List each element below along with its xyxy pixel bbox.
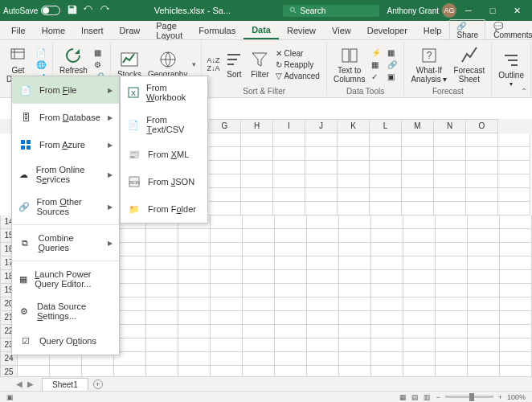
tab-page-layout[interactable]: Page Layout — [148, 18, 190, 43]
user-account[interactable]: Anthony Grant AG — [387, 3, 456, 18]
cell[interactable] — [403, 215, 436, 229]
tab-help[interactable]: Help — [415, 23, 450, 39]
cell[interactable] — [371, 270, 403, 284]
cell[interactable] — [211, 270, 243, 284]
cell[interactable] — [370, 188, 402, 202]
zoom-level[interactable]: 100% — [507, 393, 526, 401]
cell[interactable] — [434, 133, 466, 147]
cell[interactable] — [403, 243, 436, 256]
cell[interactable] — [339, 325, 371, 338]
view-normal-icon[interactable]: ▦ — [399, 393, 407, 401]
zoom-slider[interactable] — [445, 396, 493, 398]
cell[interactable] — [436, 270, 468, 284]
cell[interactable] — [466, 188, 498, 202]
cell[interactable] — [243, 229, 275, 243]
cell[interactable] — [243, 270, 275, 284]
cell[interactable] — [275, 338, 307, 352]
cell[interactable] — [434, 147, 466, 161]
cell[interactable] — [211, 338, 243, 352]
cell[interactable] — [243, 297, 275, 311]
cell[interactable] — [339, 297, 371, 311]
cell[interactable] — [241, 202, 273, 215]
cell[interactable] — [436, 352, 468, 366]
cell[interactable] — [403, 256, 436, 270]
cell[interactable] — [275, 311, 307, 325]
cell[interactable] — [275, 256, 307, 270]
cell[interactable] — [305, 147, 338, 161]
cell[interactable] — [468, 215, 500, 229]
cell[interactable] — [436, 256, 468, 270]
cell[interactable] — [434, 202, 466, 215]
col-header[interactable]: H — [241, 119, 273, 133]
cell[interactable] — [403, 338, 436, 352]
cell[interactable] — [273, 202, 305, 215]
cell[interactable] — [403, 297, 436, 311]
cell[interactable] — [402, 188, 434, 202]
cell[interactable] — [468, 284, 500, 297]
cell[interactable] — [498, 188, 530, 202]
cell[interactable] — [275, 325, 307, 338]
cell[interactable] — [211, 256, 243, 270]
cell[interactable] — [498, 174, 530, 188]
clear-button[interactable]: ✕ Clear — [274, 48, 321, 59]
cell[interactable] — [436, 243, 468, 256]
cell[interactable] — [241, 133, 273, 147]
from-text-small[interactable]: 📄 — [35, 47, 47, 58]
cell[interactable] — [305, 133, 338, 147]
cell[interactable] — [436, 338, 468, 352]
cell[interactable] — [500, 270, 532, 284]
cell[interactable] — [339, 311, 371, 325]
cell[interactable] — [498, 202, 530, 215]
cell[interactable] — [338, 188, 370, 202]
tab-draw[interactable]: Draw — [112, 23, 149, 39]
cell[interactable] — [403, 284, 436, 297]
cell[interactable] — [273, 174, 305, 188]
redo-icon[interactable] — [99, 4, 110, 17]
cell[interactable] — [371, 338, 403, 352]
cell[interactable] — [178, 270, 211, 284]
sort-az-button[interactable]: A↓Z — [207, 56, 219, 64]
submenu-from-json[interactable]: JSON From JSON — [121, 168, 207, 195]
cell[interactable] — [498, 133, 530, 147]
outline-button[interactable]: Outline ▾ — [497, 49, 526, 89]
cell[interactable] — [370, 174, 402, 188]
cell[interactable] — [275, 284, 307, 297]
menu-from-other[interactable]: 🔗 From Other Sources ▶ — [12, 191, 119, 223]
cell[interactable] — [211, 215, 243, 229]
cell[interactable] — [307, 297, 339, 311]
cell[interactable] — [178, 243, 211, 256]
cell[interactable] — [146, 256, 178, 270]
flash-fill-small[interactable]: ⚡ — [370, 47, 383, 58]
cell[interactable] — [178, 229, 211, 243]
next-sheet-icon[interactable]: ▶ — [27, 379, 34, 388]
cell[interactable] — [498, 147, 530, 161]
cell[interactable] — [146, 229, 178, 243]
prev-sheet-icon[interactable]: ◀ — [16, 379, 23, 388]
maximize-button[interactable]: □ — [481, 0, 505, 21]
comments-button[interactable]: 💬 Comments — [489, 20, 532, 41]
minimize-button[interactable]: ─ — [456, 0, 481, 21]
cell[interactable] — [307, 270, 339, 284]
forecast-sheet-button[interactable]: ForecastSheet — [452, 44, 486, 85]
cell[interactable] — [178, 297, 211, 311]
col-header[interactable]: O — [466, 119, 498, 133]
cell[interactable] — [403, 325, 436, 338]
consolidate-small[interactable]: ▦ — [386, 47, 399, 58]
menu-launch-pq[interactable]: ▦ Launch Power Query Editor... — [12, 263, 119, 295]
cell[interactable] — [468, 325, 500, 338]
cell[interactable] — [275, 270, 307, 284]
cell[interactable] — [307, 243, 339, 256]
validation-small[interactable]: ✓ — [370, 72, 383, 82]
cell[interactable] — [468, 256, 500, 270]
menu-from-online[interactable]: ☁ From Online Services ▶ — [12, 158, 119, 191]
cell[interactable] — [307, 284, 339, 297]
cell[interactable] — [146, 311, 178, 325]
cell[interactable] — [243, 284, 275, 297]
cell[interactable] — [500, 338, 532, 352]
cell[interactable] — [146, 284, 178, 297]
cell[interactable] — [402, 147, 434, 161]
cell[interactable] — [370, 133, 402, 147]
tab-view[interactable]: View — [324, 23, 359, 39]
col-header[interactable]: I — [273, 119, 305, 133]
from-web-small[interactable]: 🌐 — [35, 59, 47, 70]
